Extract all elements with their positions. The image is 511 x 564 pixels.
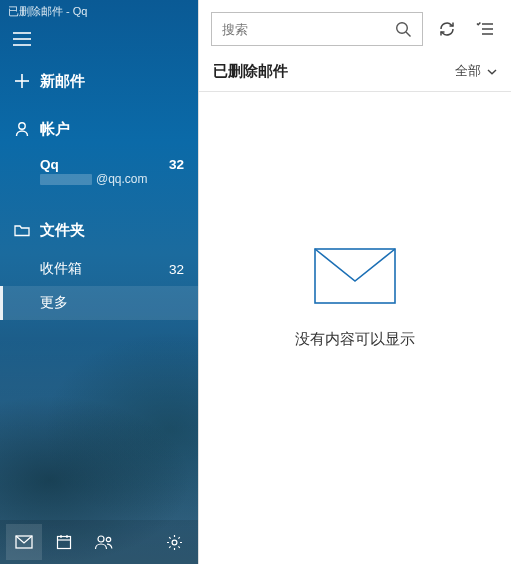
search-box[interactable] [211, 12, 423, 46]
hamburger-icon [13, 32, 31, 46]
search-input[interactable] [222, 22, 390, 37]
folder-icon [14, 223, 40, 237]
svg-rect-19 [315, 249, 395, 303]
svg-line-15 [406, 32, 411, 37]
accounts-header[interactable]: 帐户 [0, 107, 198, 151]
svg-point-5 [19, 123, 25, 129]
svg-rect-7 [58, 537, 71, 549]
empty-message: 没有内容可以显示 [295, 330, 415, 349]
refresh-icon [438, 20, 456, 38]
gear-icon [166, 534, 183, 551]
sync-button[interactable] [433, 15, 461, 43]
svg-point-12 [106, 537, 110, 541]
search-icon [395, 21, 412, 38]
mail-nav-button[interactable] [6, 524, 42, 560]
folder-more[interactable]: 更多 [0, 286, 198, 320]
account-unread-count: 32 [169, 157, 184, 172]
account-email-redacted [40, 174, 92, 185]
mail-app: 已删除邮件 - Qq 新邮件 帐户 Qq 32 @qq.com [0, 0, 511, 564]
folder-more-label: 更多 [40, 294, 68, 312]
plus-icon [14, 73, 40, 89]
calendar-icon [56, 534, 72, 550]
account-name: Qq [40, 157, 59, 172]
account-item[interactable]: Qq 32 @qq.com [0, 151, 198, 194]
menu-toggle-button[interactable] [0, 19, 44, 59]
accounts-label: 帐户 [40, 120, 70, 139]
window-title: 已删除邮件 - Qq [0, 0, 198, 19]
people-icon [94, 534, 114, 550]
person-icon [14, 121, 40, 137]
bottom-bar [0, 520, 198, 564]
people-nav-button[interactable] [86, 524, 122, 560]
sidebar: 已删除邮件 - Qq 新邮件 帐户 Qq 32 @qq.com [0, 0, 198, 564]
svg-point-11 [98, 536, 104, 542]
folders-label: 文件夹 [40, 221, 85, 240]
settings-nav-button[interactable] [156, 524, 192, 560]
svg-point-14 [396, 22, 407, 33]
new-mail-label: 新邮件 [40, 72, 85, 91]
mail-icon [15, 535, 33, 549]
select-mode-button[interactable] [471, 15, 499, 43]
checklist-icon [476, 21, 494, 37]
folders-header[interactable]: 文件夹 [0, 208, 198, 252]
folder-inbox[interactable]: 收件箱 32 [0, 252, 198, 286]
svg-point-13 [172, 540, 177, 545]
envelope-icon [314, 248, 396, 304]
calendar-nav-button[interactable] [46, 524, 82, 560]
content-pane: 已删除邮件 全部 没有内容可以显示 [198, 0, 511, 564]
top-toolbar [199, 0, 511, 58]
folder-inbox-label: 收件箱 [40, 260, 82, 278]
empty-state: 没有内容可以显示 [199, 62, 511, 534]
folder-inbox-count: 32 [169, 262, 184, 277]
search-button[interactable] [390, 21, 416, 38]
new-mail-button[interactable]: 新邮件 [0, 59, 198, 103]
account-email-suffix: @qq.com [96, 172, 148, 186]
